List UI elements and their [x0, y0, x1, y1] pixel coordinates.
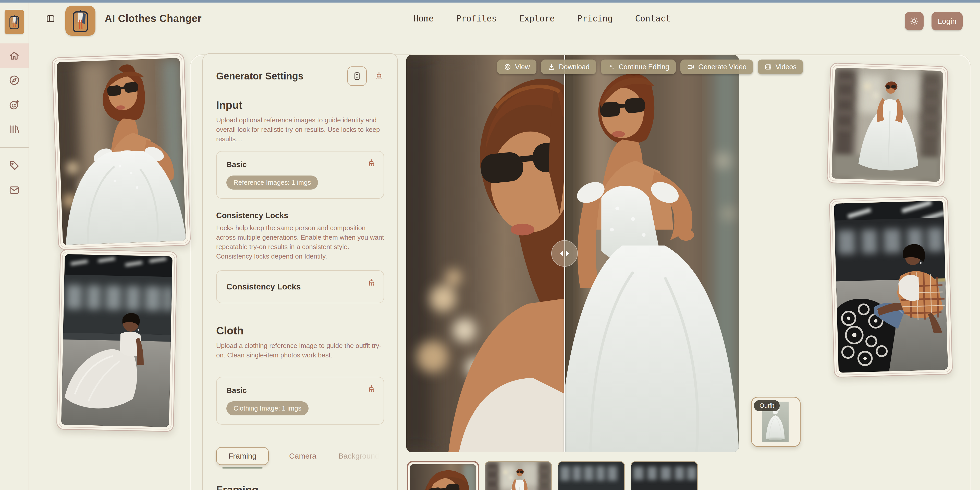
before-photo-art: [406, 55, 565, 452]
panel-title: Generator Settings: [216, 71, 304, 82]
input-description: Upload optional reference images to guid…: [216, 115, 384, 144]
outfit-reference-card[interactable]: Outfit: [751, 397, 800, 447]
eye-icon: [504, 63, 511, 71]
card-title: Consistency Locks: [226, 282, 374, 292]
app-logo[interactable]: [65, 6, 95, 36]
thumbnail[interactable]: [558, 461, 625, 490]
clean-icon: [366, 278, 376, 288]
download-icon: [548, 63, 555, 71]
tab-framing[interactable]: Framing: [216, 447, 269, 465]
result-photo-subway-plaid[interactable]: [829, 196, 953, 378]
comparison-viewer[interactable]: [406, 55, 739, 452]
photo-subway-plaid: [834, 201, 948, 373]
tab-background[interactable]: Background: [337, 452, 381, 461]
after-photo-art: [565, 55, 739, 452]
sidebar-item-library[interactable]: [0, 117, 29, 142]
sidebar-toggle-button[interactable]: [44, 12, 57, 26]
tag-icon: [8, 160, 20, 171]
photo-gown-library: [832, 67, 943, 182]
locks-note: Consistency locks depend on Identity.: [216, 252, 384, 261]
sidebar-divider: [0, 147, 29, 148]
view-button[interactable]: View: [497, 59, 536, 74]
viewer-toolbar: View Download Continue Editing Generate …: [497, 59, 803, 74]
clean-icon: [374, 71, 384, 81]
thumb-subway-art: [558, 462, 624, 490]
result-thumbnails: [407, 461, 698, 490]
button-label: Download: [559, 63, 590, 71]
consistency-locks-card: Consistency Locks: [216, 270, 384, 303]
page-title: AI Clothes Changer: [105, 13, 202, 24]
theme-toggle-button[interactable]: [905, 12, 924, 30]
history-photo-gown-medium[interactable]: [52, 53, 191, 250]
button-label: View: [515, 63, 530, 71]
comparison-slider-handle[interactable]: [551, 240, 578, 267]
clothing-image-badge[interactable]: Clothing Image: 1 imgs: [226, 401, 309, 415]
video-camera-icon: [687, 63, 695, 71]
library-icon: [8, 123, 20, 135]
thumbnail[interactable]: [485, 461, 552, 490]
continue-editing-button[interactable]: Continue Editing: [601, 59, 676, 74]
thumb-closeup-art: [410, 464, 476, 490]
sidebar-logo[interactable]: [5, 10, 24, 34]
header: AI Clothes Changer Home Profiles Explore…: [29, 3, 980, 35]
button-label: Generate Video: [698, 63, 746, 71]
locks-description: Locks help keep the same person and comp…: [216, 223, 384, 252]
nav-pricing[interactable]: Pricing: [577, 14, 613, 24]
photo-subway-white-dress: [61, 254, 172, 427]
main-nav: Home Profiles Explore Pricing Contact: [414, 3, 671, 35]
cloth-basic-card: Basic Clothing Image: 1 imgs: [216, 377, 384, 425]
gown-medium-photo-art: [57, 58, 186, 245]
clean-all-button[interactable]: [374, 71, 384, 82]
before-image: [406, 55, 565, 452]
sun-icon: [910, 17, 919, 26]
videos-button[interactable]: Videos: [758, 59, 803, 74]
sidebar-item-home[interactable]: [0, 43, 29, 68]
nav-contact[interactable]: Contact: [635, 14, 671, 24]
reference-images-badge[interactable]: Reference Images: 1 imgs: [226, 176, 318, 190]
login-button[interactable]: Login: [932, 12, 963, 30]
nav-home[interactable]: Home: [414, 14, 434, 24]
download-button[interactable]: Download: [541, 59, 596, 74]
result-photo-gown-full[interactable]: [827, 62, 948, 187]
cloth-heading: Cloth: [216, 325, 384, 337]
subway-dress-photo-art: [61, 254, 172, 427]
browser-top-strip: [0, 0, 980, 3]
sidebar-item-pricing[interactable]: [0, 153, 29, 178]
button-label: Continue Editing: [619, 63, 669, 71]
generate-video-button[interactable]: Generate Video: [680, 59, 753, 74]
clean-section-button[interactable]: [366, 158, 376, 169]
sidebar: [0, 3, 29, 490]
generator-settings-panel: Generator Settings Input Upload opt: [202, 53, 398, 490]
slider-arrows-icon: [557, 249, 572, 258]
thumb-subway-art-2: [632, 462, 697, 490]
thumb-store-gown-art: [485, 462, 551, 490]
dice-icon: [352, 71, 362, 81]
clean-icon: [366, 384, 376, 394]
nav-profiles[interactable]: Profiles: [456, 14, 496, 24]
compass-icon: [8, 74, 20, 86]
randomize-button[interactable]: [347, 66, 367, 86]
thumbnail[interactable]: [631, 461, 698, 490]
clothes-rack-icon: [70, 8, 91, 34]
tab-camera[interactable]: Camera: [288, 452, 318, 461]
subway-plaid-photo-art: [834, 201, 948, 373]
sparkles-icon: [608, 63, 615, 71]
card-title: Basic: [226, 386, 374, 395]
clean-icon: [366, 158, 376, 168]
sidebar-item-explore[interactable]: [0, 68, 29, 93]
sidebar-item-add-profile[interactable]: [0, 93, 29, 117]
settings-tabs: Framing Camera Background: [216, 447, 384, 465]
after-image: [565, 55, 739, 452]
clean-section-button[interactable]: [366, 278, 376, 289]
history-photo-subway-dress[interactable]: [56, 249, 178, 432]
input-heading: Input: [216, 99, 384, 112]
panel-toggle-icon: [45, 14, 56, 24]
nav-explore[interactable]: Explore: [519, 14, 555, 24]
gown-library-photo-art: [832, 67, 943, 182]
film-icon: [764, 63, 772, 71]
thumbnail-selected[interactable]: [407, 461, 479, 490]
cloth-description: Upload a clothing reference image to gui…: [216, 341, 384, 360]
clean-section-button[interactable]: [366, 384, 376, 395]
sidebar-item-contact[interactable]: [0, 178, 29, 202]
framing-heading: Framing: [216, 484, 384, 490]
